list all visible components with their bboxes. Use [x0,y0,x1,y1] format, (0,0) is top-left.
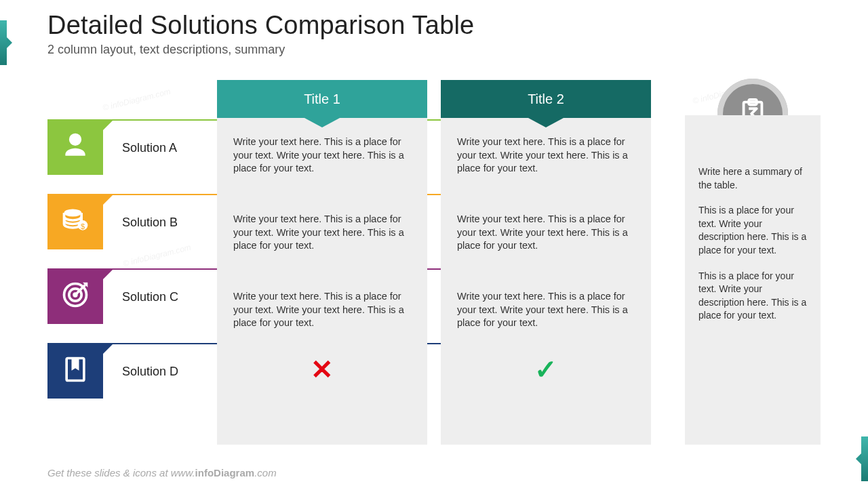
comparison-column-2: Title 2 .col2 .col-head::after{border-to… [441,80,651,445]
page-title: Detailed Solutions Comparison Table [47,11,474,40]
solution-icon-box [47,268,103,324]
column-cell: Write your text here. This is a place fo… [217,195,427,272]
summary-text: This is a place for your text. Write you… [698,270,807,323]
column-title: Title 2 [528,92,564,107]
svg-point-0 [64,209,82,217]
page-subtitle: 2 column layout, text descriptions, summ… [47,43,474,57]
target-icon [60,280,90,312]
column-title: Title 1 [304,92,340,107]
summary-panel: Write here a summary of the table. This … [685,115,821,445]
footer-text: Get these slides & icons at www. [47,467,195,479]
comparison-column-1: Title 1 .col1 .col-head::after{border-to… [217,80,427,445]
solution-label: Solution D [122,365,178,379]
column-header: Title 2 [441,80,651,118]
footer-brand: infoDiagram [195,467,255,479]
solution-label: Solution C [122,290,178,304]
check-icon: ✓ [441,350,651,385]
column-cell: Write your text here. This is a place fo… [441,195,651,272]
solution-label: Solution B [122,216,178,230]
accent-left [0,20,7,65]
summary-text: Write here a summary of the table. [698,165,807,192]
icon-tab [103,119,114,130]
column-cell: Write your text here. This is a place fo… [217,118,427,195]
column-header: Title 1 [217,80,427,118]
bookmark-icon [60,354,90,387]
title-block: Detailed Solutions Comparison Table 2 co… [47,11,474,57]
column-cell: Write your text here. This is a place fo… [217,272,427,350]
svg-text:$: $ [81,222,85,230]
column-cell: Write your text here. This is a place fo… [441,118,651,195]
solution-label: Solution A [122,141,177,155]
icon-tab [103,343,114,354]
cross-icon: ✕ [217,350,427,385]
solution-icon-box: $ [47,194,103,249]
solution-icon-box [47,343,103,399]
watermark: © infoDiagram.com [102,87,172,113]
icon-tab [103,194,114,205]
footer-credit: Get these slides & icons at www.infoDiag… [47,467,277,479]
person-icon [60,131,90,163]
icon-tab [103,268,114,279]
coins-icon: $ [60,205,90,238]
solution-icon-box [47,119,103,175]
summary-text: This is a place for your text. Write you… [698,204,807,257]
accent-right [861,436,868,481]
column-cell: Write your text here. This is a place fo… [441,272,651,350]
footer-text: .com [254,467,277,479]
